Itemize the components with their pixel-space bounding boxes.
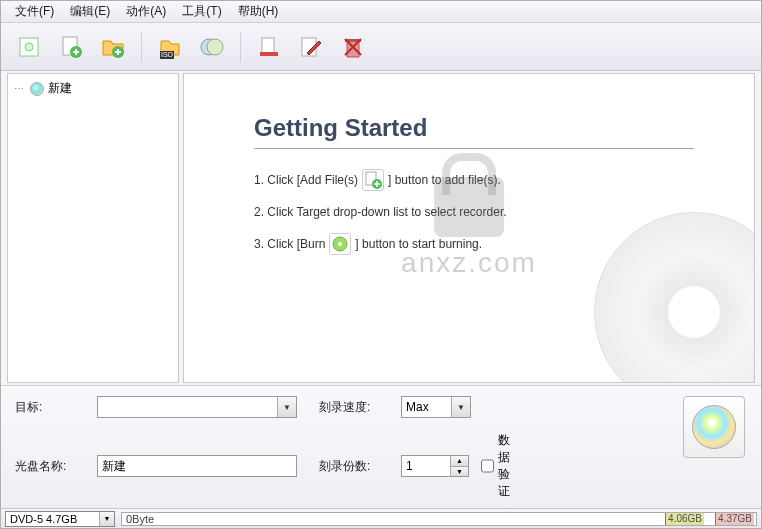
- remove-button[interactable]: [251, 29, 287, 65]
- spinner-up-icon[interactable]: ▲: [451, 456, 468, 467]
- main-area: ⋯ 新建 anxz.com Getting Started 1. Click […: [1, 71, 761, 386]
- new-data-disc-button[interactable]: [11, 29, 47, 65]
- copies-label: 刻录份数:: [319, 458, 389, 475]
- capacity-mark-1: 4.06GB: [665, 513, 704, 525]
- sidebar-tree: ⋯ 新建: [7, 73, 179, 383]
- media-type-combo[interactable]: DVD-5 4.7GB: [5, 511, 115, 527]
- copy-disc-button[interactable]: [194, 29, 230, 65]
- erase-disc-button[interactable]: [335, 29, 371, 65]
- svg-point-1: [25, 43, 33, 51]
- verify-checkbox[interactable]: 数据验证: [481, 432, 521, 500]
- menu-help[interactable]: 帮助(H): [230, 1, 287, 22]
- disc-name-label: 光盘名称:: [15, 458, 85, 475]
- svg-rect-10: [260, 52, 278, 56]
- menu-action[interactable]: 动作(A): [118, 1, 174, 22]
- copies-spinner[interactable]: ▲▼: [401, 455, 469, 477]
- svg-text:ISO: ISO: [161, 51, 174, 58]
- disc-icon: [30, 82, 44, 96]
- menu-file[interactable]: 文件(F): [7, 1, 62, 22]
- edit-button[interactable]: [293, 29, 329, 65]
- menu-tools[interactable]: 工具(T): [174, 1, 229, 22]
- disc-name-input[interactable]: [97, 455, 297, 477]
- toolbar: ISO: [1, 23, 761, 71]
- menubar: 文件(F) 编辑(E) 动作(A) 工具(T) 帮助(H): [1, 1, 761, 23]
- capacity-bar: 0Byte 4.06GB 4.37GB: [121, 512, 757, 526]
- step-2: 2. Click Target drop-down list to select…: [254, 205, 694, 219]
- content-pane: anxz.com Getting Started 1. Click [Add F…: [183, 73, 755, 383]
- spinner-down-icon[interactable]: ▼: [451, 467, 468, 477]
- svg-point-16: [338, 242, 342, 246]
- bottom-controls: 目标: 刻录速度: Max 光盘名称: 刻录份数: ▲▼ 数据验证: [1, 386, 761, 508]
- svg-point-8: [207, 39, 223, 55]
- getting-started-title: Getting Started: [254, 114, 694, 142]
- capacity-mark-2: 4.37GB: [715, 513, 754, 525]
- tree-expand-icon: ⋯: [14, 83, 26, 94]
- add-folder-button[interactable]: [95, 29, 131, 65]
- current-size-label: 0Byte: [126, 513, 154, 525]
- burn-inline-icon: [329, 233, 351, 255]
- speed-label: 刻录速度:: [319, 399, 389, 416]
- iso-button[interactable]: ISO: [152, 29, 188, 65]
- burn-disc-icon: [692, 405, 736, 449]
- svg-rect-9: [262, 38, 274, 54]
- statusbar: DVD-5 4.7GB 0Byte 4.06GB 4.37GB: [1, 508, 761, 528]
- add-file-inline-icon: [362, 169, 384, 191]
- menu-edit[interactable]: 编辑(E): [62, 1, 118, 22]
- speed-combo[interactable]: Max: [401, 396, 471, 418]
- add-file-button[interactable]: [53, 29, 89, 65]
- target-label: 目标:: [15, 399, 85, 416]
- burn-button[interactable]: [683, 396, 745, 458]
- tree-root-label: 新建: [48, 80, 72, 97]
- target-combo[interactable]: [97, 396, 297, 418]
- step-1: 1. Click [Add File(s) ] button to add fi…: [254, 169, 694, 191]
- tree-root-item[interactable]: ⋯ 新建: [14, 78, 172, 99]
